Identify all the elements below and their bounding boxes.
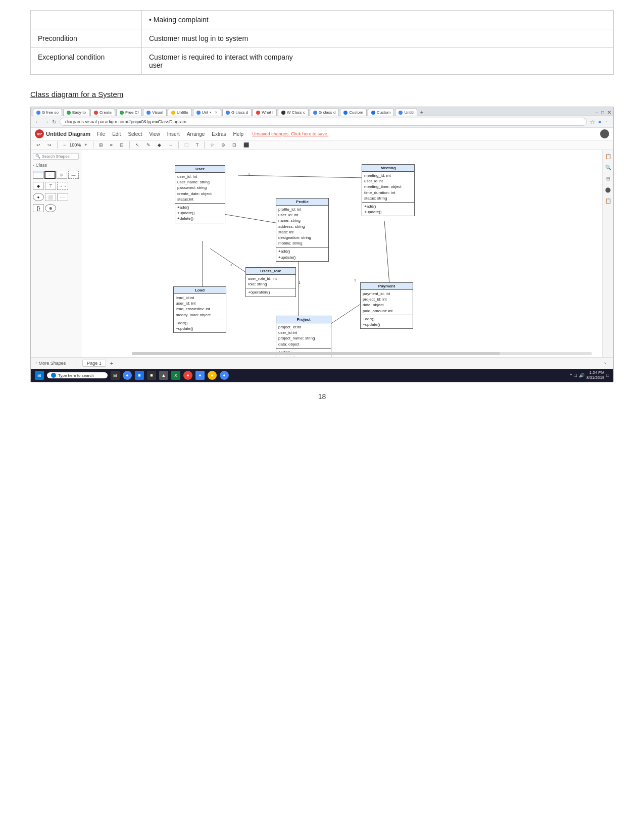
- forward-button[interactable]: →: [43, 119, 49, 125]
- tab-w-class-c[interactable]: W Class c: [278, 109, 309, 116]
- panel-icon-clipboard[interactable]: 📋: [604, 197, 612, 205]
- add-page-button[interactable]: +: [110, 360, 113, 366]
- eraser-button[interactable]: ◆: [155, 141, 164, 149]
- uml-class-project[interactable]: Project project_id:intuser_id:intproject…: [276, 316, 331, 357]
- panel-icon-circle[interactable]: ⬤: [604, 185, 612, 193]
- bookmark-icon[interactable]: ☆: [590, 119, 595, 125]
- taskbar-app-9[interactable]: ●: [208, 371, 217, 380]
- taskbar-app-4[interactable]: ■: [147, 371, 156, 380]
- menu-arrange[interactable]: Arrange: [184, 131, 208, 137]
- taskbar-app-chrome[interactable]: ●: [123, 371, 132, 380]
- url-bar[interactable]: diagrams.visual-paradigm.com/#proj=0&typ…: [60, 118, 587, 126]
- grid-button[interactable]: ⊞: [96, 141, 106, 149]
- redo-button[interactable]: ↪: [45, 141, 54, 149]
- unsaved-notice[interactable]: Unsaved changes. Click here to save.: [252, 131, 328, 136]
- menu-dots-icon[interactable]: ⋮: [605, 119, 609, 124]
- notification-icon[interactable]: □: [607, 373, 609, 378]
- menu-file[interactable]: File: [94, 131, 108, 137]
- zoom-out-button[interactable]: −: [61, 141, 68, 149]
- uml-class-user[interactable]: User user_id: intuser_name: stringpasswo…: [175, 165, 225, 223]
- tab-custom1[interactable]: Custom: [340, 109, 367, 116]
- tab-what-i[interactable]: What i: [253, 109, 277, 116]
- shape-class-2[interactable]: ←: [44, 171, 55, 179]
- scroll-right-button[interactable]: ›: [601, 359, 609, 367]
- shape-dashed-arrow[interactable]: →→: [57, 182, 68, 190]
- taskbar-app-5[interactable]: ▲: [159, 371, 168, 380]
- taskbar-app-6[interactable]: X: [171, 371, 180, 380]
- zoom-in-button[interactable]: +: [82, 141, 89, 149]
- tab-visual[interactable]: Visual: [143, 109, 167, 116]
- menu-extras[interactable]: Extras: [209, 131, 228, 137]
- shape-dash[interactable]: —: [68, 171, 79, 179]
- shape-note[interactable]: ……: [57, 193, 68, 201]
- close-icon[interactable]: ✕: [607, 110, 611, 115]
- taskbar-app-10[interactable]: ●: [220, 371, 229, 380]
- uml-class-load[interactable]: Load lead_id:intuser_id: intlead_created…: [173, 286, 226, 333]
- text-button[interactable]: T: [193, 141, 202, 149]
- fit-button[interactable]: ⊡: [230, 141, 239, 149]
- menu-select[interactable]: Select: [125, 131, 144, 137]
- shape-package[interactable]: ⬜: [45, 193, 56, 201]
- list-button[interactable]: ≡: [108, 141, 115, 149]
- extra-btn-1[interactable]: ☆: [208, 141, 217, 149]
- shape-button[interactable]: ⬚: [182, 141, 191, 149]
- pointer-button[interactable]: ↖: [133, 141, 142, 149]
- reload-button[interactable]: ↻: [52, 119, 57, 125]
- shape-class-1[interactable]: [33, 171, 43, 179]
- shape-bracket[interactable]: {}: [33, 204, 44, 212]
- arrow-button[interactable]: →: [166, 141, 175, 149]
- more-shapes-button[interactable]: + More Shapes: [35, 361, 66, 366]
- pencil-button[interactable]: ✎: [144, 141, 153, 149]
- canvas-area[interactable]: 1 1 1 1 1 1 User user_id: intuser_name: …: [81, 150, 602, 357]
- table-button[interactable]: ⊟: [117, 141, 126, 149]
- tab-free-cl[interactable]: Free Cl: [116, 109, 142, 116]
- restore-icon[interactable]: □: [601, 110, 604, 115]
- canvas-scrollbar[interactable]: [132, 352, 592, 355]
- export-button[interactable]: ⬛: [241, 141, 252, 149]
- start-button[interactable]: ⊞: [35, 371, 44, 380]
- back-button[interactable]: ←: [35, 119, 40, 125]
- tab-untitl[interactable]: Untitl: [395, 109, 417, 116]
- tab-free-so[interactable]: G free so: [33, 109, 62, 116]
- panel-icon-search[interactable]: 🔍: [604, 163, 612, 171]
- shape-interface[interactable]: ●: [33, 193, 44, 201]
- page-1-tab[interactable]: Page 1: [82, 360, 106, 367]
- taskbar-app-7[interactable]: ●: [183, 371, 192, 380]
- taskbar-search[interactable]: Type here to search: [47, 372, 108, 378]
- shape-diamond[interactable]: ◆: [33, 182, 44, 190]
- undo-button[interactable]: ↩: [34, 141, 43, 149]
- uml-class-users-role[interactable]: Users_role user_role_id: introle: string…: [245, 267, 296, 297]
- shape-uml[interactable]: ⊕: [57, 171, 67, 179]
- tab-g-class-d2[interactable]: G class d: [310, 109, 339, 116]
- tab-create[interactable]: Create: [90, 109, 115, 116]
- tab-unt-active[interactable]: Unt × ✕: [193, 109, 221, 116]
- tab-close-icon[interactable]: ✕: [215, 111, 218, 115]
- panel-icon-1[interactable]: 📋: [604, 152, 612, 160]
- minimize-icon[interactable]: –: [595, 110, 598, 115]
- tab-untitle[interactable]: Untitle: [168, 109, 192, 116]
- tab-custom2[interactable]: Custom: [368, 109, 394, 116]
- uml-class-payment[interactable]: Payment payment_id: intproject_id: intda…: [360, 282, 413, 329]
- search-shapes-input[interactable]: [42, 154, 72, 159]
- extra-btn-2[interactable]: ⊕: [219, 141, 228, 149]
- shape-circle[interactable]: ⊕: [45, 204, 56, 212]
- tab-g-class-d[interactable]: G class d: [222, 109, 252, 116]
- svg-text:1: 1: [299, 281, 301, 284]
- shape-arrow[interactable]: ⊤: [45, 182, 56, 190]
- menu-help[interactable]: Help: [231, 131, 246, 137]
- tray-chevron-icon[interactable]: ^: [570, 373, 572, 378]
- menu-view[interactable]: View: [146, 131, 163, 137]
- right-panel: 📋 🔍 ⊟ ⬤ 📋: [602, 150, 613, 357]
- uml-class-meeting[interactable]: Meeting meeting_id: mtuser_id:intmeeting…: [362, 164, 415, 216]
- taskbar-app-8[interactable]: ●: [195, 371, 205, 380]
- panel-icon-window[interactable]: ⊟: [604, 174, 612, 182]
- tab-easy-to[interactable]: Easy-to: [63, 109, 89, 116]
- new-tab-button[interactable]: +: [418, 109, 425, 115]
- user-avatar[interactable]: [600, 129, 609, 138]
- menu-insert[interactable]: Insert: [165, 131, 182, 137]
- taskbar-app-1[interactable]: ⊞: [111, 371, 120, 380]
- taskbar-app-3[interactable]: ■: [135, 371, 144, 380]
- menu-edit[interactable]: Edit: [110, 131, 123, 137]
- uml-class-profile[interactable]: Profile profile_id: intuser_id: intname:…: [276, 198, 329, 262]
- profile-icon[interactable]: ●: [598, 119, 602, 125]
